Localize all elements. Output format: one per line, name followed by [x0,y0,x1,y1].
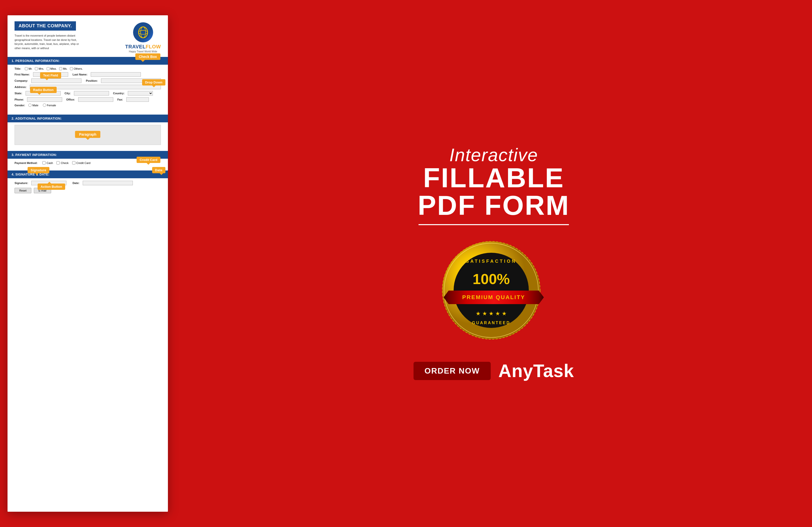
button-row: Reset E-mail [15,188,161,193]
sig-row: Signature: Date: [15,181,161,185]
title-fillable: FILLABLE [423,164,564,191]
firstname-label: First Name: [15,73,30,76]
order-bar: ORDER NOW AnyTask [414,360,574,381]
title-interactive: Interactive [449,146,538,164]
radio-male[interactable]: Male [28,103,38,107]
badge-ribbon: PREMIUM QUALITY [449,290,539,304]
section2-wrapper: 2. ADDITIONAL INFORMATION: Paragraph [8,115,168,149]
gender-row: Gender: Male Female [15,103,161,107]
cb-creditcard[interactable] [72,161,75,165]
title-row: Title: Mr. Mrs. Miss. Ms. Others. [15,67,161,70]
badge-container: SATISFACTION 100% ★ ★ ★ ★ ★ GUARANTEED P… [438,238,549,348]
section3-wrapper: 3. PAYMENT INFORMATION: Credit Card Paym… [8,151,168,169]
header-left: ABOUT THE COMPANY. Travel is the movemen… [15,21,125,50]
company-input[interactable] [31,79,82,83]
name-row: First Name: Last Name: [15,72,161,77]
tooltip-signature: Signature [28,167,49,173]
title-label: Title: [15,67,21,70]
checkbox-mrs[interactable]: Mrs. [35,67,44,70]
cb-mr[interactable] [25,67,28,70]
office-input[interactable] [78,97,113,102]
svg-point-7 [454,253,529,328]
radio-female-input[interactable] [43,103,46,107]
fax-input[interactable] [126,97,149,102]
left-panel: ABOUT THE COMPANY. Travel is the movemen… [0,0,175,527]
position-label: Position: [86,79,98,82]
svg-text:GUARANTEED: GUARANTEED [472,321,510,325]
tooltip-checkbox: Check Box [135,53,160,60]
form-page: ABOUT THE COMPANY. Travel is the movemen… [8,15,168,512]
date-label: Date: [72,182,79,185]
gender-label: Gender: [15,104,25,107]
lastname-label: Last Name: [73,73,87,76]
cb-ms[interactable] [59,67,62,70]
order-now-button[interactable]: ORDER NOW [414,362,491,380]
payment-creditcard[interactable]: Credit Card [72,161,90,165]
radio-male-input[interactable] [28,103,32,107]
cb-miss[interactable] [47,67,49,70]
section4-wrapper: 4. SIGNATURE & DATE: Signature Date Acti… [8,170,168,197]
right-panel: Interactive FILLABLE PDF FORM [175,0,812,527]
fax-label: Fax: [117,98,123,101]
city-label: City: [65,92,71,95]
tooltip-radiobutton: Radio Button [30,87,57,93]
company-label: Company: [15,79,28,82]
section1-container: 1. PERSONAL INFORMATION: Check Box Text … [8,57,168,113]
tooltip-textfield: Text Field [40,72,61,79]
svg-text:SATISFACTION: SATISFACTION [466,259,517,264]
payment-cash[interactable]: Cash [42,161,53,165]
payment-method-label: Payment Method: [15,161,38,165]
cb-cash[interactable] [42,161,46,165]
checkbox-others[interactable]: Others. [70,67,83,70]
phone-input[interactable] [27,97,62,102]
ribbon-text: PREMIUM QUALITY [462,294,525,300]
tooltip-action: Action Button [38,184,65,190]
brand-name: TRAVELFLOW [125,44,161,49]
radio-female[interactable]: Female [43,103,56,107]
tooltip-dropdown: Drop Down [142,79,165,85]
signature-label: Signature: [15,182,28,185]
date-input[interactable] [83,181,133,185]
country-label: Country: [113,92,125,95]
svg-point-0 [136,25,150,39]
phone-row: Phone: Office: Fax: [15,97,161,102]
about-banner: ABOUT THE COMPANY. [15,21,76,31]
cb-others[interactable] [70,67,73,70]
section4-header: 4. SIGNATURE & DATE: Signature Date [8,170,168,178]
logo-circle [133,22,153,42]
title-divider [419,224,569,225]
svg-text:100%: 100% [473,271,510,287]
personal-section: Text Field Drop Down Radio Button Title:… [8,67,168,113]
svg-text:★ ★ ★ ★ ★: ★ ★ ★ ★ ★ [476,310,507,317]
company-row: Company: Position: [15,79,161,83]
brand-tagline: Happy Travel World Wide [129,50,157,53]
phone-label: Phone: [15,98,24,101]
anytask-brand: AnyTask [498,360,574,381]
address-label: Address: [15,85,27,88]
checkbox-miss[interactable]: Miss. [47,67,57,70]
form-header: ABOUT THE COMPANY. Travel is the movemen… [8,15,168,57]
header-desc: Travel is the movement of people between… [15,33,80,50]
tooltip-date: Date [152,167,165,173]
checkbox-mr[interactable]: Mr. [25,67,32,70]
state-label: State: [15,92,22,95]
cb-mrs[interactable] [35,67,38,70]
reset-button[interactable]: Reset [15,188,31,193]
checkbox-ms[interactable]: Ms. [59,67,68,70]
office-label: Office: [66,98,75,101]
payment-check[interactable]: Check [56,161,69,165]
header-right: TRAVELFLOW Happy Travel World Wide [125,21,161,53]
additional-section: Paragraph [8,125,168,149]
lastname-input[interactable] [91,72,141,77]
title-pdf: PDF FORM [418,191,570,219]
country-select[interactable] [128,91,153,96]
tooltip-paragraph: Paragraph [75,131,100,138]
cb-check[interactable] [56,161,60,165]
tooltip-creditcard: Credit Card [136,157,160,163]
city-input[interactable] [74,91,109,96]
signature-section: Action Button Signature: Date: Reset E-m… [8,181,168,197]
section2-header: 2. ADDITIONAL INFORMATION: [8,115,168,122]
